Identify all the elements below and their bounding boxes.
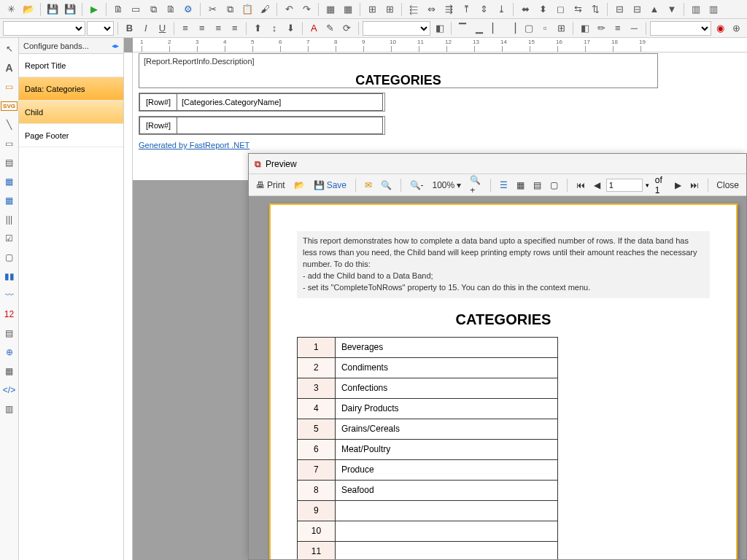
save-button[interactable]: 💾 Save [311,179,349,192]
edit-page-icon[interactable]: ▢ [547,179,561,192]
valign-middle-icon[interactable]: ↕ [267,20,282,36]
bands-collapse-icon[interactable]: ◂▸ [112,42,119,50]
outline-icon[interactable]: ☰ [497,179,511,192]
first-page-icon[interactable]: ⏮ [573,179,588,192]
style-select[interactable] [363,21,431,36]
text-tool-icon[interactable]: A [1,60,18,76]
font-family-select[interactable] [3,21,85,36]
font-size-select[interactable] [87,21,115,36]
run-icon[interactable]: ▶ [86,1,102,18]
border-bottom-icon[interactable]: ▁ [472,20,487,36]
globe-tool-icon[interactable]: ⊕ [1,344,18,360]
html-tool-icon[interactable]: </> [1,382,18,398]
child-empty-cell[interactable] [177,117,383,134]
picture-tool-icon[interactable]: ▭ [1,79,18,95]
band-item[interactable]: Report Title [19,54,123,77]
band-item[interactable]: Child [19,101,123,124]
send-back-icon[interactable]: ▼ [664,1,680,18]
align-text-center-icon[interactable]: ≡ [194,20,209,36]
line-tool-icon[interactable]: ╲ [1,117,18,133]
sparkline-tool-icon[interactable]: 〰 [1,287,18,303]
border-select[interactable] [650,21,711,36]
child-band[interactable]: [Row#] [139,116,385,135]
italic-button[interactable]: I [139,20,154,36]
line-color-icon[interactable]: ✏ [594,20,609,36]
font-color-icon[interactable]: A [306,20,322,36]
subreport-tool-icon[interactable]: ▥ [1,401,18,417]
border-left-icon[interactable]: ▏ [488,20,503,36]
align-bottom-icon[interactable]: ⤓ [493,1,509,18]
fill-color-icon[interactable]: ◧ [577,20,592,36]
highlight-icon[interactable]: ✎ [323,20,338,36]
digital-tool-icon[interactable]: ▦ [1,363,18,379]
valign-bottom-icon[interactable]: ⬇ [283,20,298,36]
page-setup-preview-icon[interactable]: ▤ [530,179,544,192]
paste-icon[interactable]: 📋 [239,1,255,18]
shape-tool-icon[interactable]: ▭ [1,136,18,152]
rotate-icon[interactable]: ⟳ [339,20,355,36]
add-dialog-icon[interactable]: ▭ [128,1,144,18]
center-v-icon[interactable]: ⊟ [629,1,645,18]
align-top-icon[interactable]: ⤒ [458,1,474,18]
bring-front-icon[interactable]: ▲ [646,1,662,18]
zoom-level[interactable]: 100% ▾ [430,179,465,192]
checkbox-tool-icon[interactable]: ☑ [1,230,18,246]
add-page-icon[interactable]: 🗎 [110,1,126,18]
page-setup-icon[interactable]: ⚙ [180,1,196,18]
line-width-icon[interactable]: ≡ [610,20,625,36]
space-v-icon[interactable]: ⇅ [587,1,603,18]
format-paint-icon[interactable]: 🖌 [257,1,273,18]
zoom-in-icon[interactable]: 🔍+ [467,174,484,197]
extra1-icon[interactable]: ▥ [688,1,704,18]
preview-viewport[interactable]: This report demonstrates how to complete… [249,196,746,559]
band-item[interactable]: Page Footer [19,124,123,147]
copy-page-icon[interactable]: ⧉ [145,1,161,18]
pointer-icon[interactable]: ↖ [1,41,18,57]
conditions-icon[interactable]: ⊕ [729,20,745,36]
line-style-icon[interactable]: ─ [627,20,642,36]
undo-icon[interactable]: ↶ [281,1,297,18]
cut-icon[interactable]: ✂ [204,1,220,18]
richtext-tool-icon[interactable]: ▤ [1,155,18,171]
align-text-right-icon[interactable]: ≡ [211,20,226,36]
bands-header[interactable]: Configure bands... ◂▸ [19,38,123,54]
bold-button[interactable]: B [122,20,137,36]
valign-top-icon[interactable]: ⬆ [250,20,266,36]
email-icon[interactable]: ✉ [362,179,375,192]
map-tool-icon[interactable]: ▤ [1,325,18,341]
data-band[interactable]: [Row#] [Categories.CategoryName] [139,93,385,112]
open-icon[interactable]: 📂 [20,1,36,18]
save-icon[interactable]: 💾 [44,1,61,18]
zoom-out-icon[interactable]: 🔍- [407,179,427,192]
copy-icon[interactable]: ⧉ [222,1,238,18]
same-size-icon[interactable]: ◻ [552,1,568,18]
align-left-icon[interactable]: ⬱ [406,1,422,18]
space-h-icon[interactable]: ⇆ [570,1,586,18]
prev-page-icon[interactable]: ◀ [591,179,603,192]
delete-page-icon[interactable]: 🗎 [163,1,179,18]
find-icon[interactable]: 🔍 [378,179,395,192]
border-all-icon[interactable]: ▢ [521,20,536,36]
chart-tool-icon[interactable]: ▮▮ [1,268,18,284]
align-middle-icon[interactable]: ⇕ [476,1,492,18]
description-expr[interactable]: [Report.ReportInfo.Description] [139,55,657,67]
redo-icon[interactable]: ↷ [298,1,314,18]
celltext-tool-icon[interactable]: ▢ [1,249,18,265]
border-top-icon[interactable]: ▔ [455,20,471,36]
same-height-icon[interactable]: ⬍ [535,1,551,18]
matrix-tool-icon[interactable]: ▦ [1,192,18,209]
child-row-cell[interactable]: [Row#] [139,117,177,134]
gauge-tool-icon[interactable]: 12 [1,306,18,322]
align-text-left-icon[interactable]: ≡ [178,20,193,36]
save-all-icon[interactable]: 💾 [62,1,78,18]
close-button[interactable]: Close [713,179,742,192]
last-page-icon[interactable]: ⏭ [687,179,702,192]
group-icon[interactable]: ▦ [322,1,338,18]
band-item[interactable]: Data: Categories [19,77,123,101]
same-width-icon[interactable]: ⬌ [517,1,533,18]
footer-link[interactable]: Generated by FastReport .NET [133,139,249,149]
grid-icon[interactable]: ⊞ [364,1,380,18]
border-right-icon[interactable]: ▕ [505,20,520,36]
new-icon[interactable]: ✳ [3,1,19,18]
next-page-icon[interactable]: ▶ [672,179,684,192]
